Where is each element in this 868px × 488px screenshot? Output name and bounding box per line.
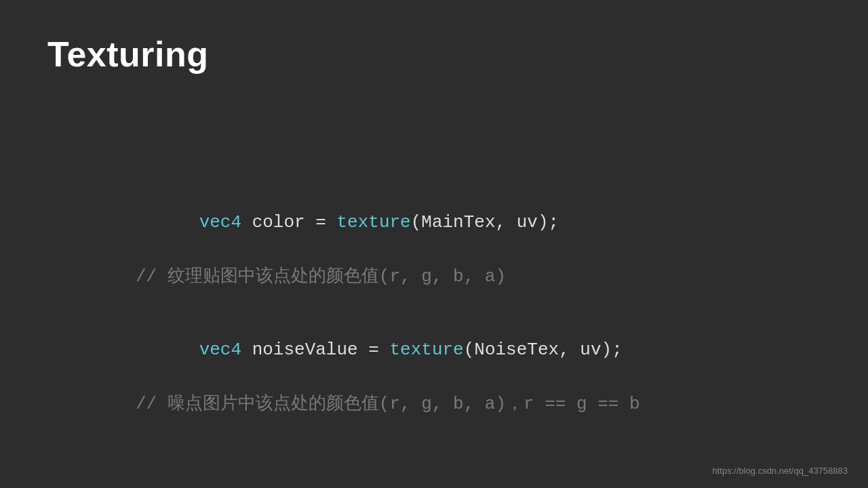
function-texture-2: texture [389,340,463,360]
code-rest-2: (NoiseTex, uv); [464,340,623,360]
code-comment-2: // 噪点图片中该点处的颜色值(r, g, b, a)，r == g == b [136,391,640,418]
keyword-vec4-1: vec4 [199,212,241,232]
code-line-1: vec4 color = texture(MainTex, uv); [136,183,640,262]
code-middle-1: color = [241,212,336,232]
function-texture-1: texture [336,212,410,232]
code-group-1: vec4 color = texture(MainTex, uv); // 纹理… [136,183,640,290]
keyword-vec4-2: vec4 [199,340,241,360]
code-middle-2: noiseValue = [241,340,389,360]
code-block-container: vec4 color = texture(MainTex, uv); // 纹理… [136,183,640,438]
code-line-2: vec4 noiseValue = texture(NoiseTex, uv); [136,310,640,390]
code-comment-1: // 纹理贴图中该点处的颜色值(r, g, b, a) [136,264,640,290]
footer-url: https://blog.csdn.net/qq_43758883 [713,466,848,476]
code-rest-1: (MainTex, uv); [411,212,559,232]
code-group-2: vec4 noiseValue = texture(NoiseTex, uv);… [136,310,640,418]
slide-title: Texturing [47,34,209,75]
